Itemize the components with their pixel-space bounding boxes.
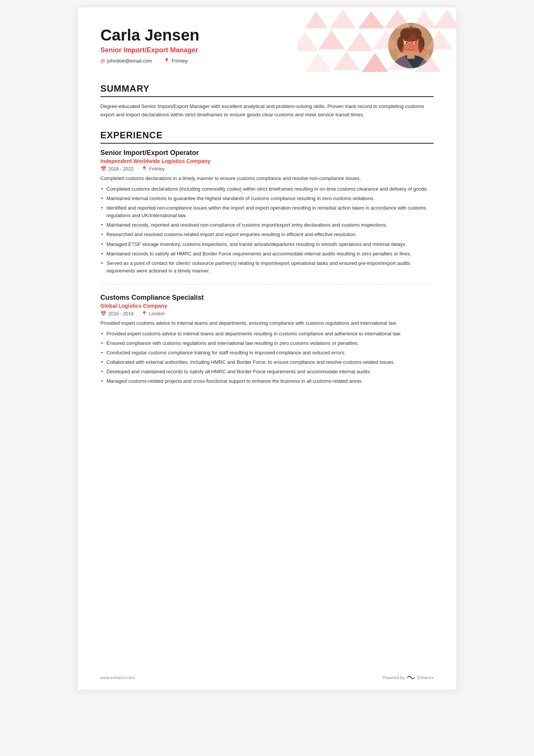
svg-point-29 — [415, 42, 417, 44]
exp-summary-1: Completed customs declarations in a time… — [100, 175, 434, 182]
list-item: Completed customs declarations (includin… — [100, 185, 434, 193]
list-item: Identified and reported non-compliance i… — [100, 204, 434, 219]
exp-role-1: Senior Import/Export Operator — [100, 149, 434, 157]
list-item: Managed ETSF storage inventory, customs … — [100, 241, 434, 248]
exp-company-2: Global Logistics Company — [100, 303, 434, 309]
enhancv-icon — [407, 675, 415, 680]
exp-role-2: Customs Compliance Specialist — [100, 294, 434, 302]
svg-marker-5 — [434, 9, 456, 28]
svg-point-31 — [399, 38, 404, 53]
svg-point-32 — [418, 38, 423, 53]
list-item: Maintained records to satisfy all HMRC a… — [100, 250, 434, 258]
location-icon: 📍 — [164, 58, 170, 64]
exp-meta-2: 📅 2016 - 2018 📍 London — [100, 311, 434, 316]
svg-marker-1 — [329, 9, 356, 28]
header-info: Carla Jensen Senior Import/Export Manage… — [100, 27, 377, 64]
list-item: Provided expert customs advice to intern… — [100, 330, 434, 338]
experience-item-1: Senior Import/Export Operator Independen… — [100, 149, 434, 285]
list-item: Developed and maintained records to sati… — [100, 368, 434, 376]
candidate-avatar — [388, 23, 434, 68]
exp-years-1: 📅 2018 - 2022 — [100, 166, 134, 172]
candidate-job-title: Senior Import/Export Manager — [100, 46, 377, 54]
exp-years-2: 📅 2016 - 2018 — [100, 311, 134, 316]
page-footer: www.enhancv.com Powered by Enhancv — [100, 675, 434, 680]
experience-item-2: Customs Compliance Specialist Global Log… — [100, 294, 434, 394]
svg-point-30 — [409, 45, 412, 47]
summary-title: SUMMARY — [100, 83, 434, 97]
svg-marker-0 — [305, 11, 328, 28]
email-contact: @ johndoe@email.com — [100, 58, 152, 64]
summary-text: Degree-educated Senior Import/Export Man… — [100, 102, 434, 119]
experience-section: EXPERIENCE Senior Import/Export Operator… — [100, 130, 434, 394]
summary-section: SUMMARY Degree-educated Senior Import/Ex… — [100, 83, 434, 119]
email-value: johndoe@email.com — [107, 58, 152, 64]
exp-company-1: Independent Worldwide Logistics Company — [100, 158, 434, 164]
email-icon: @ — [100, 58, 105, 64]
contact-row: @ johndoe@email.com 📍 Frimley — [100, 58, 377, 64]
list-item: Managed customs-related projects and cro… — [100, 377, 434, 385]
candidate-name: Carla Jensen — [100, 27, 377, 44]
calendar-icon-1: 📅 — [100, 166, 106, 172]
enhancv-brand-name: Enhancv — [417, 675, 434, 680]
exp-location-2: 📍 London — [141, 311, 165, 316]
pin-icon-2: 📍 — [141, 311, 147, 316]
list-item: Researched and resolved customs-related … — [100, 231, 434, 238]
website-link: www.enhancv.com — [100, 675, 135, 680]
experience-title: EXPERIENCE — [100, 130, 434, 144]
exp-bullets-2: Provided expert customs advice to intern… — [100, 330, 434, 385]
exp-summary-2: Provided expert customs advice to intern… — [100, 319, 434, 327]
list-item: Maintained records, reported and resolve… — [100, 221, 434, 229]
powered-by-text: Powered by — [383, 675, 404, 680]
exp-bullets-1: Completed customs declarations (includin… — [100, 185, 434, 275]
list-item: Conducted regular customs compliance tra… — [100, 349, 434, 357]
list-item: Collaborated with external authorities, … — [100, 358, 434, 366]
location-contact: 📍 Frimley — [164, 58, 188, 64]
location-value: Frimley — [172, 58, 188, 64]
exp-location-1: 📍 Frimley — [141, 166, 165, 172]
header-section: Carla Jensen Senior Import/Export Manage… — [100, 27, 434, 68]
svg-point-28 — [406, 42, 408, 44]
resume-page: Carla Jensen Senior Import/Export Manage… — [78, 8, 456, 690]
exp-meta-1: 📅 2018 - 2022 📍 Frimley — [100, 166, 434, 172]
svg-marker-2 — [358, 11, 384, 28]
calendar-icon-2: 📅 — [100, 311, 106, 316]
list-item: Served as a point of contact for clients… — [100, 260, 434, 275]
svg-rect-25 — [400, 32, 422, 38]
enhancv-branding: Powered by Enhancv — [383, 675, 434, 680]
list-item: Maintained internal controls to guarante… — [100, 195, 434, 202]
list-item: Ensured compliance with customs regulati… — [100, 340, 434, 347]
pin-icon-1: 📍 — [141, 166, 147, 172]
